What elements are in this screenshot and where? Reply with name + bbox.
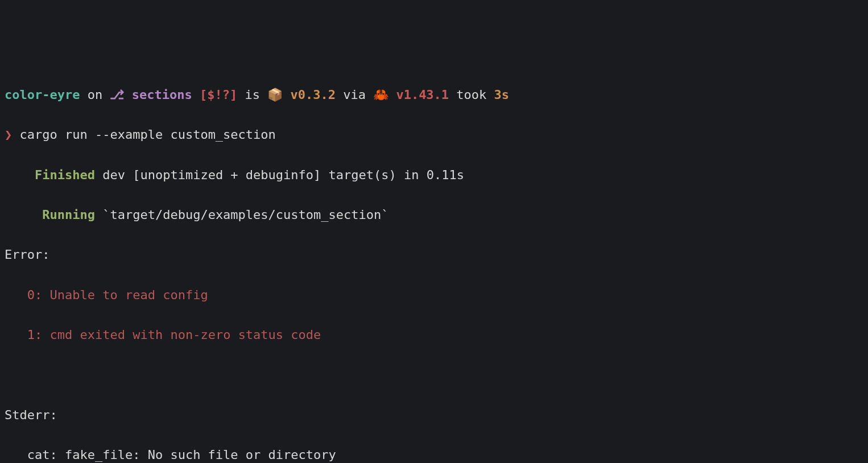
error-index: 0:	[27, 288, 43, 302]
running-rest: `target/debug/examples/custom_section`	[95, 208, 389, 222]
prompt-caret: ❯	[5, 127, 12, 142]
branch-icon: ⎇	[110, 88, 124, 102]
on-label: on	[88, 88, 103, 102]
package-icon: 📦	[267, 88, 283, 102]
rust-icon: 🦀	[373, 88, 388, 102]
error-msg: cmd exited with non-zero status code	[50, 328, 321, 342]
via-label: via	[343, 88, 366, 102]
is-label: is	[245, 88, 260, 102]
cargo-finished: Finished dev [unoptimized + debuginfo] t…	[5, 165, 863, 185]
stderr-header: Stderr:	[5, 405, 863, 425]
error-index: 1:	[27, 328, 43, 342]
finished-rest: dev [unoptimized + debuginfo] target(s) …	[95, 168, 464, 182]
command-text: cargo run --example custom_section	[20, 127, 276, 142]
error-item: 0: Unable to read config	[5, 285, 863, 305]
duration: 3s	[494, 88, 510, 102]
branch-name: sections	[132, 88, 192, 102]
cargo-running: Running `target/debug/examples/custom_se…	[5, 205, 863, 225]
error-msg: Unable to read config	[50, 288, 208, 302]
stderr-body: cat: fake_file: No such file or director…	[5, 445, 863, 463]
took-label: took	[456, 88, 486, 102]
finished-label: Finished	[35, 168, 95, 182]
error-header: Error:	[5, 245, 863, 264]
prompt-line-2[interactable]: ❯ cargo run --example custom_section	[5, 125, 863, 144]
package-version: v0.3.2	[290, 88, 335, 102]
project-name: color-eyre	[5, 88, 80, 102]
rust-version: v1.43.1	[396, 88, 449, 102]
vcs-status: [$!?]	[200, 88, 237, 102]
error-item: 1: cmd exited with non-zero status code	[5, 325, 863, 345]
running-label: Running	[42, 208, 95, 222]
blank-line	[5, 365, 863, 385]
prompt-line-1: color-eyre on ⎇ sections [$!?] is 📦 v0.3…	[5, 85, 863, 105]
